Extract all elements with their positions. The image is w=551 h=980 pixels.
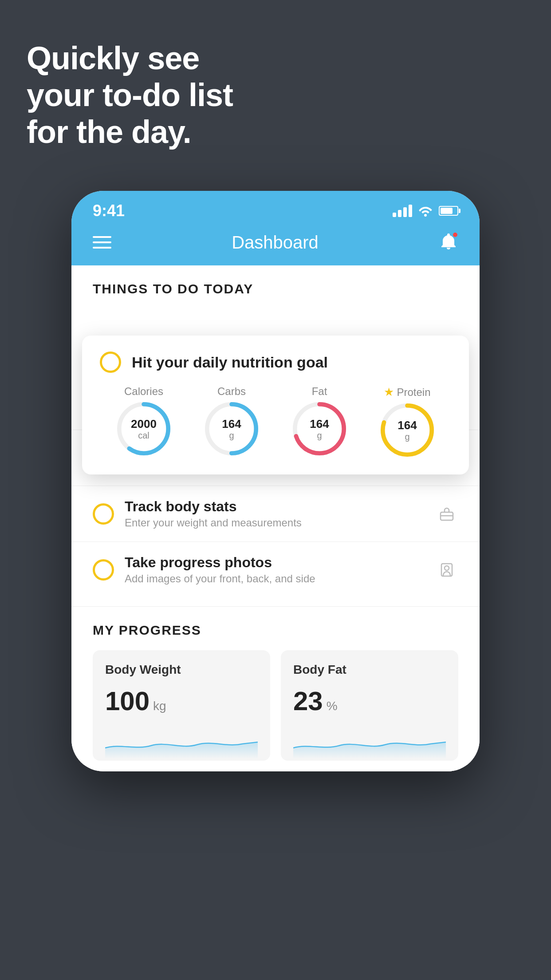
donut-chart: 164 g [381,403,434,457]
progress-cards: Body Weight 100 kg Body Fat 23 % [93,650,458,761]
donut-value: 2000 [131,418,157,431]
todo-row-sub: Enter your weight and measurements [125,517,425,529]
stat-item-fat: Fat 164 g [293,385,346,455]
progress-value: 100 [105,686,150,716]
donut-value: 164 [222,418,241,431]
donut-center: 164 g [398,419,417,442]
todo-indicator [93,503,114,525]
nutrition-indicator [100,352,121,373]
phone-screen: 9:41 Dashboard [71,191,480,771]
progress-unit: % [327,699,338,713]
nutrition-card: Hit your daily nutrition goal Calories 2… [82,336,469,474]
todo-row[interactable]: Take progress photos Add images of your … [71,541,480,597]
signal-icon [393,205,412,217]
progress-section: MY PROGRESS Body Weight 100 kg Body F [71,606,480,771]
hero-line1: Quickly see [27,40,233,77]
menu-button[interactable] [93,236,111,249]
progress-card[interactable]: Body Fat 23 % [281,650,458,761]
todo-row-label: Take progress photos [125,554,425,571]
todo-row-label: Track body stats [125,498,425,515]
todo-row-icon [435,558,458,581]
star-icon: ★ [384,385,394,399]
todo-row-sub: Add images of your front, back, and side [125,573,425,585]
donut-chart: 164 g [205,402,258,455]
donut-value: 164 [398,419,417,432]
svg-point-11 [445,566,449,570]
stat-label: Calories [124,385,163,398]
progress-card-title: Body Fat [293,663,446,677]
donut-unit: g [222,430,241,440]
donut-value: 164 [310,418,329,431]
todo-row[interactable]: Track body stats Enter your weight and m… [71,486,480,541]
phone-mockup: 9:41 Dashboard [71,191,480,771]
todo-text: Take progress photos Add images of your … [125,554,425,585]
wifi-icon [418,205,433,217]
phone-content: THINGS TO DO TODAY Hit your daily nutrit… [71,265,480,771]
donut-unit: g [310,430,329,440]
nutrition-card-header: Hit your daily nutrition goal [100,352,451,373]
stat-item-carbs: Carbs 164 g [205,385,258,455]
status-time: 9:41 [93,202,125,220]
progress-value: 23 [293,686,323,716]
nav-bar: Dashboard [71,223,480,265]
donut-chart: 164 g [293,402,346,455]
status-icons [393,205,458,217]
todo-text: Track body stats Enter your weight and m… [125,498,425,529]
nutrition-card-title: Hit your daily nutrition goal [132,354,328,371]
wave-chart [293,728,446,759]
donut-unit: g [398,431,417,441]
wave-chart [105,728,258,759]
progress-value-wrap: 100 kg [105,686,258,716]
notification-dot [452,232,458,238]
progress-unit: kg [153,699,166,713]
notification-bell-button[interactable] [439,232,458,253]
hero-line2: your to-do list [27,77,233,114]
stat-item-calories: Calories 2000 cal [117,385,170,455]
todo-row-icon [435,502,458,526]
progress-card[interactable]: Body Weight 100 kg [93,650,270,761]
status-bar: 9:41 [71,191,480,223]
progress-value-wrap: 23 % [293,686,446,716]
hero-line3: for the day. [27,114,233,150]
donut-chart: 2000 cal [117,402,170,455]
stat-label: ★ Protein [384,385,430,399]
stat-item-protein: ★ Protein 164 g [381,385,434,457]
donut-center: 164 g [222,418,241,440]
battery-icon [439,206,458,216]
donut-center: 2000 cal [131,418,157,440]
stat-label: Fat [312,385,327,398]
donut-center: 164 g [310,418,329,440]
section-today-header: THINGS TO DO TODAY [71,265,480,305]
donut-unit: cal [131,430,157,440]
progress-card-title: Body Weight [105,663,258,677]
stat-label: Carbs [217,385,246,398]
hero-text: Quickly see your to-do list for the day. [27,40,233,150]
nutrition-stats: Calories 2000 cal Carbs [100,385,451,457]
nav-title: Dashboard [232,233,319,253]
todo-indicator [93,559,114,581]
progress-header: MY PROGRESS [93,623,458,638]
